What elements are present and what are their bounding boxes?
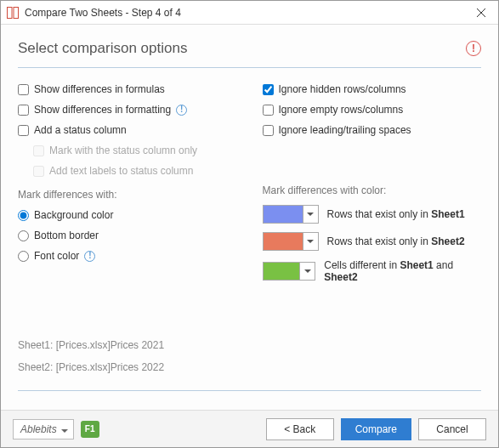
radio-label: Background color <box>34 209 113 221</box>
radio-label: Font color <box>34 250 79 262</box>
checkbox-label: Add text labels to status column <box>49 165 193 177</box>
checkbox-input[interactable] <box>263 105 274 116</box>
chevron-down-icon[interactable] <box>299 263 315 280</box>
color-rows: Rows that exist only in Sheet1 Rows that… <box>263 205 482 283</box>
color-row-cells: Cells different in Sheet1 and Sheet2 <box>263 259 482 283</box>
checkbox-label: Show differences in formatting <box>34 104 171 116</box>
divider-bottom <box>18 390 481 391</box>
checkbox-diff-formulas[interactable]: Show differences in formulas <box>18 83 237 95</box>
text-bold: Sheet1 <box>431 208 464 220</box>
brand-dropdown[interactable]: Ablebits <box>13 419 74 439</box>
checkbox-label: Ignore hidden rows/columns <box>279 83 406 95</box>
color-picker-sheet2[interactable] <box>263 232 319 251</box>
text: Rows that exist only in <box>327 208 432 220</box>
checkbox-input[interactable] <box>18 84 29 95</box>
radio-input[interactable] <box>18 251 29 262</box>
color-row-sheet2: Rows that exist only in Sheet2 <box>263 232 482 251</box>
checkbox-label: Show differences in formulas <box>34 83 165 95</box>
radio-bottom-border[interactable]: Bottom border <box>18 230 237 241</box>
color-row-sheet1: Rows that exist only in Sheet1 <box>263 205 482 224</box>
header-row: Select comparison options ! <box>18 40 481 57</box>
help-f1-button[interactable]: F1 <box>81 421 99 438</box>
text: Rows that exist only in <box>327 235 432 247</box>
sheet2-info: Sheet2: [Prices.xlsx]Prices 2022 <box>18 361 481 373</box>
app-icon <box>6 6 20 20</box>
radio-background-color[interactable]: Background color <box>18 209 237 221</box>
sheet1-info: Sheet1: [Prices.xlsx]Prices 2021 <box>18 339 481 351</box>
warning-icon[interactable]: ! <box>466 41 481 56</box>
cancel-button[interactable]: Cancel <box>418 418 486 440</box>
window-title: Compare Two Sheets - Step 4 of 4 <box>25 7 464 19</box>
svg-rect-0 <box>8 7 13 18</box>
left-column: Show differences in formulas Show differ… <box>18 83 237 283</box>
checkbox-ignore-hidden[interactable]: Ignore hidden rows/columns <box>263 83 482 95</box>
content-area: Select comparison options ! Show differe… <box>1 25 498 410</box>
checkbox-label: Ignore empty rows/columns <box>279 104 404 116</box>
checkbox-label: Mark with the status column only <box>49 145 197 156</box>
color-picker-sheet1[interactable] <box>263 205 319 224</box>
brand-label: Ablebits <box>20 423 57 435</box>
radio-font-color[interactable]: Font color ! <box>18 250 237 262</box>
checkbox-label: Ignore leading/trailing spaces <box>279 124 411 136</box>
text-bold: Sheet1 <box>400 259 433 271</box>
info-icon[interactable]: ! <box>176 105 187 116</box>
checkbox-ignore-spaces[interactable]: Ignore leading/trailing spaces <box>263 124 482 136</box>
checkbox-add-status[interactable]: Add a status column <box>18 124 237 136</box>
text: and <box>434 259 453 271</box>
right-column: Ignore hidden rows/columns Ignore empty … <box>263 83 482 283</box>
checkbox-ignore-empty[interactable]: Ignore empty rows/columns <box>263 104 482 116</box>
color-desc: Rows that exist only in Sheet1 <box>327 208 465 220</box>
checkbox-label: Add a status column <box>34 124 127 136</box>
close-button[interactable] <box>464 1 498 25</box>
color-picker-cells[interactable] <box>263 262 316 281</box>
color-swatch <box>264 233 303 250</box>
color-swatch <box>264 206 303 223</box>
chevron-down-icon[interactable] <box>303 233 318 250</box>
close-icon <box>477 9 485 17</box>
divider-top <box>18 67 481 68</box>
checkbox-input[interactable] <box>18 125 29 136</box>
checkbox-status-labels: Add text labels to status column <box>33 165 237 177</box>
checkbox-input[interactable] <box>263 84 274 95</box>
sheet-info: Sheet1: [Prices.xlsx]Prices 2021 Sheet2:… <box>18 339 481 383</box>
color-desc: Rows that exist only in Sheet2 <box>327 235 465 247</box>
checkbox-input[interactable] <box>18 105 29 116</box>
checkbox-input[interactable] <box>263 125 274 136</box>
radio-label: Bottom border <box>34 230 99 241</box>
titlebar: Compare Two Sheets - Step 4 of 4 <box>1 1 498 25</box>
options-columns: Show differences in formulas Show differ… <box>18 83 481 283</box>
color-swatch <box>264 263 300 280</box>
text-bold: Sheet2 <box>324 271 357 283</box>
page-title: Select comparison options <box>18 40 187 57</box>
text: Cells different in <box>324 259 400 271</box>
compare-button[interactable]: Compare <box>341 418 411 440</box>
footer: Ablebits F1 < Back Compare Cancel <box>1 410 498 447</box>
radio-input[interactable] <box>18 210 29 221</box>
chevron-down-icon[interactable] <box>303 206 318 223</box>
checkbox-input <box>33 166 44 177</box>
mark-with-label: Mark differences with: <box>18 189 237 201</box>
text-bold: Sheet2 <box>431 235 464 247</box>
checkbox-status-only: Mark with the status column only <box>33 145 237 156</box>
radio-input[interactable] <box>18 230 29 241</box>
checkbox-diff-formatting[interactable]: Show differences in formatting ! <box>18 104 237 116</box>
svg-rect-1 <box>14 7 19 18</box>
color-desc: Cells different in Sheet1 and Sheet2 <box>324 259 481 283</box>
checkbox-input <box>33 145 44 156</box>
info-icon[interactable]: ! <box>84 251 95 262</box>
back-button[interactable]: < Back <box>266 418 334 440</box>
mark-color-label: Mark differences with color: <box>263 184 482 196</box>
chevron-down-icon <box>61 423 68 435</box>
